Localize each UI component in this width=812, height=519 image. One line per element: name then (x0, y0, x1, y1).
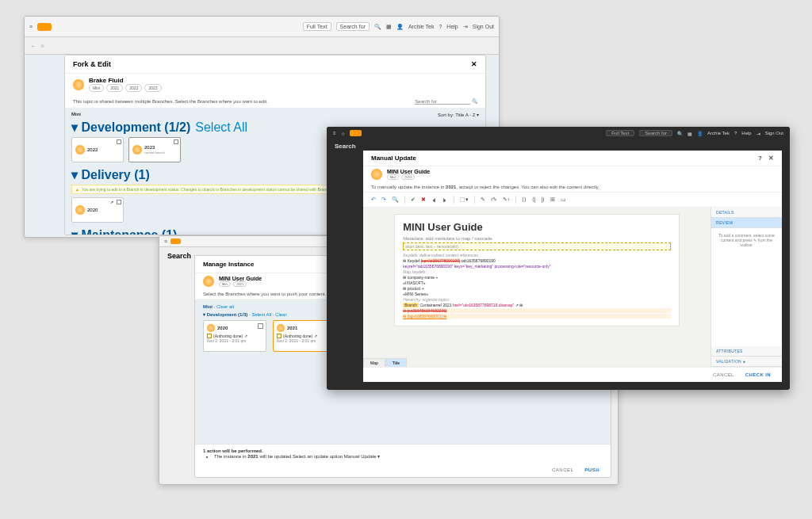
timestamp: Nov 2, 2021 - 2:01 pm (277, 338, 332, 343)
sort-select[interactable]: Title A - Z (455, 113, 475, 117)
branch-avatar (132, 145, 142, 155)
update-option-select[interactable]: Manual Update ▾ (344, 454, 380, 459)
grid-icon[interactable]: ▦ (688, 131, 692, 136)
keydef-value: «MINI Series» (403, 292, 670, 296)
signout-icon[interactable]: ⇥ (756, 131, 760, 136)
sort-label: Sort by: (438, 113, 454, 117)
user-icon[interactable]: 👤 (396, 24, 404, 30)
checkbox-icon[interactable] (117, 139, 121, 144)
menu-icon[interactable]: ≡ (333, 131, 336, 135)
cancel-button[interactable]: CANCEL (552, 467, 573, 472)
menu-icon[interactable]: ≡ (164, 239, 167, 244)
branch-card[interactable]: 2020 (Authoring done)↗ Nov 2, 2021 - 2:0… (203, 320, 266, 352)
deleted-line: ⊞ [xa316456194682206] (403, 308, 670, 313)
tab-map[interactable]: Map (363, 358, 385, 367)
branch-avatar (207, 324, 215, 332)
branch-card[interactable]: 2020↗ (71, 197, 124, 223)
branch-card-current[interactable]: 2023current branch (128, 137, 181, 162)
checkbox-icon[interactable] (174, 139, 178, 144)
editor-pane[interactable]: MINI User Guide Metadata: add metadata t… (363, 208, 710, 367)
help-icon[interactable]: ? (758, 155, 762, 162)
search-mode[interactable]: Full Text (303, 22, 331, 31)
comment-prev-icon[interactable]: ‹✎ (491, 197, 497, 203)
branch-avatar (277, 324, 285, 332)
accept-icon[interactable]: ✔ (411, 197, 416, 203)
doc-title: MINI User Guide (219, 276, 262, 281)
search-icon[interactable]: 🔍 (392, 197, 399, 203)
user-icon[interactable]: 👤 (697, 131, 703, 136)
search-icon[interactable]: 🔍 (677, 131, 683, 136)
app-chrome: ≡ Full Text Search for 🔍 ▦ 👤 Archie Tek … (25, 17, 499, 37)
back-icon[interactable]: ← (31, 44, 36, 48)
select-all-link[interactable]: Select All (251, 312, 271, 317)
keydef-item: ⊞ product + (403, 286, 670, 291)
search-field[interactable]: Search for (639, 130, 672, 136)
root-crumb[interactable]: Mini (71, 112, 81, 117)
close-icon[interactable]: ✕ (471, 60, 477, 68)
wrap-icon[interactable]: ⊞ (550, 197, 555, 203)
close-icon[interactable]: ✕ (768, 155, 774, 162)
open-icon[interactable]: ↗ (110, 200, 113, 204)
tab-title[interactable]: Title (385, 358, 407, 367)
checkbox-icon[interactable] (117, 200, 121, 204)
keydef-value: «IXIASOFT» (403, 280, 670, 285)
select-all-link[interactable]: Select All (195, 120, 247, 134)
signout-label: Sign Out (765, 131, 783, 135)
tag: Mini (387, 174, 399, 180)
signout-icon[interactable]: ⇥ (463, 24, 468, 30)
help-label: Help (446, 24, 458, 29)
inline-next-icon[interactable]: |⟩ (542, 197, 546, 203)
block-icon[interactable]: ▭ (561, 197, 566, 203)
doc-h1: MINI User Guide (403, 221, 670, 233)
inline-icon[interactable]: ⟨⟩ (522, 197, 527, 203)
bookmark-icon[interactable]: ☆ (40, 43, 44, 48)
comment-next-icon[interactable]: ✎› (503, 197, 509, 203)
timestamp: Nov 2, 2021 - 2:01 pm (207, 338, 262, 343)
shortdesc-field[interactable]: short desc: text – remove(attr) (403, 242, 670, 250)
redo-icon[interactable]: ↷ (381, 197, 386, 203)
element-icon[interactable]: ⬚▾ (460, 197, 469, 203)
reject-icon[interactable]: ✖ (421, 197, 426, 203)
checkin-button[interactable]: CHECK IN (745, 372, 771, 377)
undo-icon[interactable]: ↶ (371, 197, 376, 203)
hierarchy-hint: Hierarchy: organize topics (403, 297, 670, 302)
tab-attributes[interactable]: ATTRIBUTES (711, 346, 782, 357)
search-field[interactable]: Search for (336, 22, 370, 31)
signout-label: Sign Out (473, 24, 494, 29)
app-logo (37, 23, 48, 31)
prev-change-icon[interactable]: ⏴ (431, 197, 437, 203)
section-development[interactable]: ▾ Development (1/3) (203, 312, 247, 317)
footer-action: The instance in 2021 will be updated Sel… (214, 453, 603, 459)
help-icon[interactable]: ? (734, 131, 737, 135)
bookmark-icon[interactable]: ☆ (341, 131, 345, 136)
window-manual-update: ≡ ☆ Full Text Search for 🔍 ▦ 👤 Archie Te… (327, 127, 790, 390)
inline-prev-icon[interactable]: ⟨| (532, 197, 536, 203)
push-button[interactable]: PUSH (584, 467, 599, 472)
tag: Mini (219, 281, 231, 287)
tab-validation[interactable]: VALIDATION ● (711, 357, 782, 367)
branch-card[interactable]: 2022 (71, 137, 124, 162)
clear-all-link[interactable]: Clear all (216, 304, 234, 309)
next-change-icon[interactable]: ⏵ (442, 197, 448, 203)
root-crumb[interactable]: Mini (203, 304, 213, 309)
tab-details[interactable]: DETAILS (711, 208, 782, 218)
comment-icon[interactable]: ✎ (481, 197, 485, 203)
dialog-title: Manual Update (371, 155, 416, 162)
grid-icon[interactable]: ▦ (386, 24, 392, 30)
dialog-intro: This topic is shared between multiple Br… (73, 99, 268, 104)
menu-icon[interactable]: ≡ (29, 24, 33, 29)
doc-avatar (203, 276, 214, 287)
search-mode[interactable]: Full Text (606, 130, 634, 136)
document-page[interactable]: MINI User Guide Metadata: add metadata t… (394, 214, 679, 326)
checkbox-icon[interactable] (258, 323, 263, 329)
keydef-attrs: keyref="tab1635876890190" keys="key_mark… (403, 264, 670, 269)
tag: 2022 (125, 84, 142, 92)
dialog-intro: To manually update the instance in 2021,… (363, 182, 782, 193)
clear-link[interactable]: Clear (275, 312, 286, 317)
help-icon[interactable]: ? (439, 24, 442, 29)
branch-line: Branch Containerref 2021 href="okr163587… (403, 303, 670, 307)
cancel-button[interactable]: CANCEL (713, 372, 734, 377)
search-icon[interactable]: 🔍 (374, 24, 381, 30)
tab-review[interactable]: REVIEW (711, 218, 782, 228)
dialog-search-input[interactable] (415, 99, 470, 105)
